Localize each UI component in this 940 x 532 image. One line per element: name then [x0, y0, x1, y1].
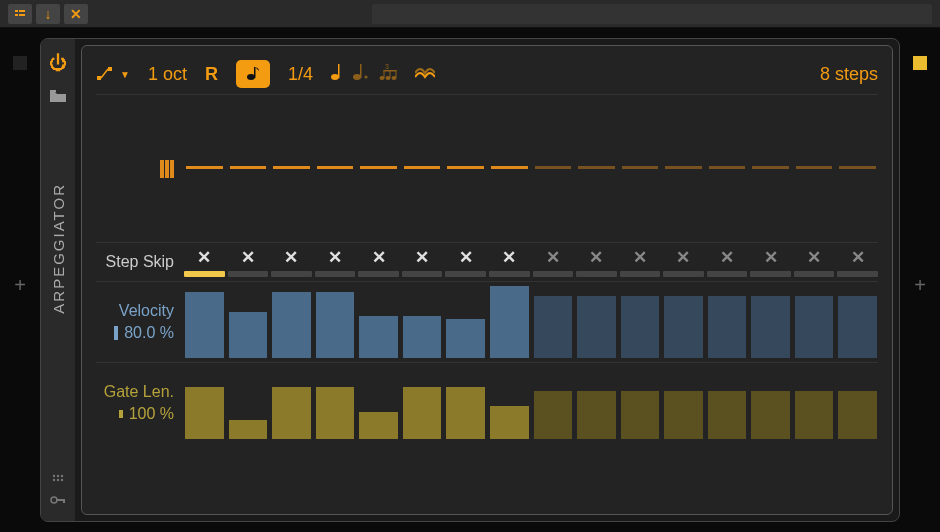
- velocity-step[interactable]: [837, 286, 878, 358]
- pitch-lane: [96, 94, 878, 242]
- stepskip-step[interactable]: ✕: [663, 247, 704, 277]
- stepskip-step[interactable]: ✕: [271, 247, 312, 277]
- gate-step[interactable]: [707, 367, 748, 439]
- gate-step[interactable]: [576, 367, 617, 439]
- gate-label-text: Gate Len.: [104, 383, 174, 401]
- gate-label: Gate Len. 100 %: [96, 383, 184, 423]
- velocity-step[interactable]: [271, 286, 312, 358]
- velocity-step[interactable]: [315, 286, 356, 358]
- left-gutter: +: [0, 38, 40, 532]
- velocity-step[interactable]: [576, 286, 617, 358]
- svg-point-9: [61, 479, 63, 481]
- device-workspace: + ⏻ ARPEGGIATOR ▼: [0, 28, 940, 532]
- velocity-step[interactable]: [184, 286, 225, 358]
- velocity-lane: Velocity 80.0 %: [96, 281, 878, 362]
- velocity-step[interactable]: [358, 286, 399, 358]
- gate-step[interactable]: [271, 367, 312, 439]
- svg-point-20: [353, 74, 361, 80]
- stepskip-step[interactable]: ✕: [402, 247, 443, 277]
- piano-icon: [160, 160, 174, 178]
- stepskip-step[interactable]: ✕: [576, 247, 617, 277]
- stepskip-step[interactable]: ✕: [707, 247, 748, 277]
- wave-icon[interactable]: [415, 67, 435, 81]
- gate-step[interactable]: [315, 367, 356, 439]
- arpeggiator-device: ⏻ ARPEGGIATOR ▼ 1 oct: [40, 38, 900, 522]
- gate-lane: Gate Len. 100 %: [96, 362, 878, 443]
- gate-grid[interactable]: [184, 367, 878, 439]
- pitch-label: [96, 160, 184, 178]
- svg-rect-0: [15, 10, 18, 12]
- stepskip-lane: Step Skip ✕✕✕✕✕✕✕✕✕✕✕✕✕✕✕✕: [96, 242, 878, 281]
- svg-rect-1: [19, 10, 25, 12]
- stepskip-grid[interactable]: ✕✕✕✕✕✕✕✕✕✕✕✕✕✕✕✕: [184, 247, 878, 277]
- svg-rect-21: [360, 64, 362, 78]
- velocity-grid[interactable]: [184, 286, 878, 358]
- velocity-step[interactable]: [794, 286, 835, 358]
- retrigger-button[interactable]: R: [205, 64, 218, 85]
- svg-point-16: [247, 74, 255, 80]
- stepskip-step[interactable]: ✕: [445, 247, 486, 277]
- add-device-left[interactable]: +: [14, 274, 26, 297]
- velocity-step[interactable]: [228, 286, 269, 358]
- svg-point-18: [331, 74, 339, 80]
- gate-step[interactable]: [402, 367, 443, 439]
- gate-step[interactable]: [489, 367, 530, 439]
- rate-value[interactable]: 1/4: [288, 64, 313, 85]
- stepskip-step[interactable]: ✕: [315, 247, 356, 277]
- svg-point-8: [57, 479, 59, 481]
- gate-step[interactable]: [228, 367, 269, 439]
- note-dotted-icon[interactable]: [353, 63, 369, 85]
- gate-step[interactable]: [445, 367, 486, 439]
- toolbar-down-button[interactable]: ↓: [36, 4, 60, 24]
- velocity-step[interactable]: [750, 286, 791, 358]
- stepskip-step[interactable]: ✕: [358, 247, 399, 277]
- velocity-step[interactable]: [402, 286, 443, 358]
- app-top-bar: ↓ ✕: [0, 0, 940, 28]
- key-icon[interactable]: [50, 493, 66, 507]
- velocity-step[interactable]: [445, 286, 486, 358]
- top-panel-spacer: [372, 4, 932, 24]
- velocity-value[interactable]: 80.0 %: [124, 324, 174, 342]
- svg-rect-12: [63, 499, 65, 503]
- add-device-right[interactable]: +: [914, 274, 926, 297]
- svg-point-4: [53, 475, 55, 477]
- note-normal-icon[interactable]: [331, 63, 343, 85]
- octave-range[interactable]: 1 oct: [148, 64, 187, 85]
- folder-icon[interactable]: [50, 90, 66, 105]
- gate-step[interactable]: [184, 367, 225, 439]
- stepskip-step[interactable]: ✕: [620, 247, 661, 277]
- stepskip-step[interactable]: ✕: [794, 247, 835, 277]
- gate-step[interactable]: [794, 367, 835, 439]
- toolbar-close-button[interactable]: ✕: [64, 4, 88, 24]
- stepskip-step[interactable]: ✕: [184, 247, 225, 277]
- stepskip-step[interactable]: ✕: [750, 247, 791, 277]
- svg-rect-3: [19, 14, 25, 16]
- stepskip-step[interactable]: ✕: [533, 247, 574, 277]
- gate-step[interactable]: [663, 367, 704, 439]
- svg-point-22: [364, 76, 367, 79]
- gate-step[interactable]: [358, 367, 399, 439]
- velocity-step[interactable]: [707, 286, 748, 358]
- power-icon[interactable]: ⏻: [49, 53, 67, 74]
- velocity-step[interactable]: [533, 286, 574, 358]
- gate-step[interactable]: [533, 367, 574, 439]
- note-triplet-icon[interactable]: 3: [379, 63, 397, 85]
- drag-handle-icon[interactable]: [52, 471, 64, 485]
- svg-rect-30: [383, 70, 396, 72]
- stepskip-step[interactable]: ✕: [228, 247, 269, 277]
- pattern-icon[interactable]: ▼: [96, 65, 130, 83]
- gate-step[interactable]: [620, 367, 661, 439]
- velocity-step[interactable]: [663, 286, 704, 358]
- steps-count[interactable]: 8 steps: [820, 64, 878, 85]
- gate-step[interactable]: [837, 367, 878, 439]
- gate-indicator: [119, 410, 123, 418]
- device-side-strip: ⏻ ARPEGGIATOR: [41, 39, 75, 521]
- velocity-step[interactable]: [620, 286, 661, 358]
- stepskip-step[interactable]: ✕: [837, 247, 878, 277]
- gate-step[interactable]: [750, 367, 791, 439]
- velocity-step[interactable]: [489, 286, 530, 358]
- toolbar-list-button[interactable]: [8, 4, 32, 24]
- gate-value[interactable]: 100 %: [129, 405, 174, 423]
- stepskip-step[interactable]: ✕: [489, 247, 530, 277]
- note-mode-button[interactable]: [236, 60, 270, 88]
